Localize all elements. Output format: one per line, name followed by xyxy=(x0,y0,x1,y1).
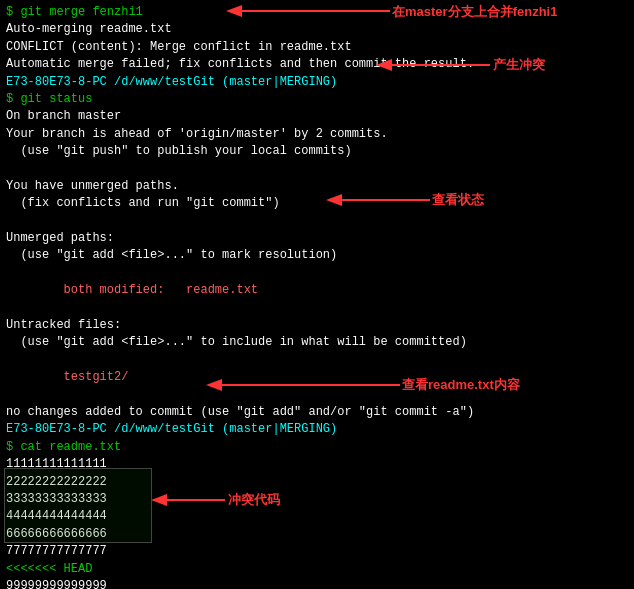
terminal-line: (use "git push" to publish your local co… xyxy=(6,143,628,160)
file-content: 99999999999999 xyxy=(6,579,107,589)
output: (use "git add <file>..." to mark resolut… xyxy=(6,248,337,262)
terminal-line xyxy=(6,300,628,317)
terminal-line: Your branch is ahead of 'origin/master' … xyxy=(6,126,628,143)
output: CONFLICT (content): Merge conflict in re… xyxy=(6,40,352,54)
terminal: $ git merge fenzhi1 Auto-merging readme.… xyxy=(0,0,634,589)
prompt-text: E73-80E73-8-PC /d/www/testGit (master|ME… xyxy=(6,422,337,436)
cmd-text: $ git status xyxy=(6,92,92,106)
terminal-line: testgit2/ xyxy=(6,369,628,386)
terminal-line: CONFLICT (content): Merge conflict in re… xyxy=(6,39,628,56)
prompt-text: E73-80E73-8-PC /d/www/testGit (master|ME… xyxy=(6,75,337,89)
cmd-text: $ cat readme.txt xyxy=(6,440,121,454)
output: Untracked files: xyxy=(6,318,121,332)
terminal-line xyxy=(6,213,628,230)
prompt-line: E73-80E73-8-PC /d/www/testGit (master|ME… xyxy=(6,74,628,91)
terminal-line: (use "git add <file>..." to include in w… xyxy=(6,334,628,351)
terminal-line: You have unmerged paths. xyxy=(6,178,628,195)
terminal-line: 66666666666666 xyxy=(6,526,628,543)
prompt-line: E73-80E73-8-PC /d/www/testGit (master|ME… xyxy=(6,421,628,438)
terminal-line: Unmerged paths: xyxy=(6,230,628,247)
conflict-file: both modified: readme.txt xyxy=(6,283,258,297)
terminal-line: On branch master xyxy=(6,108,628,125)
terminal-line: 77777777777777 xyxy=(6,543,628,560)
terminal-line xyxy=(6,161,628,178)
untracked-file: testgit2/ xyxy=(6,370,128,384)
file-content: 77777777777777 xyxy=(6,544,107,558)
terminal-line: 99999999999999 xyxy=(6,578,628,589)
output xyxy=(6,353,13,367)
output xyxy=(6,162,13,176)
file-content: 22222222222222 xyxy=(6,475,107,489)
terminal-line: both modified: readme.txt xyxy=(6,282,628,299)
output xyxy=(6,301,13,315)
file-content: 44444444444444 xyxy=(6,509,107,523)
prompt: $ git merge fenzhi1 xyxy=(6,5,143,19)
terminal-line: $ git merge fenzhi1 xyxy=(6,4,628,21)
conflict-marker-head: <<<<<<< HEAD xyxy=(6,561,628,578)
output: On branch master xyxy=(6,109,121,123)
output: Auto-merging readme.txt xyxy=(6,22,172,36)
terminal-line: $ git status xyxy=(6,91,628,108)
output: (use "git push" to publish your local co… xyxy=(6,144,352,158)
file-content: 66666666666666 xyxy=(6,527,107,541)
terminal-line: Auto-merging readme.txt xyxy=(6,21,628,38)
output: Automatic merge failed; fix conflicts an… xyxy=(6,57,474,71)
terminal-line: Untracked files: xyxy=(6,317,628,334)
terminal-line: 44444444444444 xyxy=(6,508,628,525)
terminal-line: $ cat readme.txt xyxy=(6,439,628,456)
output xyxy=(6,266,13,280)
output: Your branch is ahead of 'origin/master' … xyxy=(6,127,388,141)
conflict-marker: <<<<<<< HEAD xyxy=(6,562,92,576)
terminal-line: Automatic merge failed; fix conflicts an… xyxy=(6,56,628,73)
terminal-line: 11111111111111 xyxy=(6,456,628,473)
output: Unmerged paths: xyxy=(6,231,114,245)
terminal-line xyxy=(6,265,628,282)
terminal-line: no changes added to commit (use "git add… xyxy=(6,404,628,421)
output: (fix conflicts and run "git commit") xyxy=(6,196,280,210)
file-content: 11111111111111 xyxy=(6,457,107,471)
file-content: 33333333333333 xyxy=(6,492,107,506)
output xyxy=(6,214,13,228)
terminal-line xyxy=(6,387,628,404)
terminal-line: (use "git add <file>..." to mark resolut… xyxy=(6,247,628,264)
terminal-line: 33333333333333 xyxy=(6,491,628,508)
terminal-line: 22222222222222 xyxy=(6,474,628,491)
terminal-line xyxy=(6,352,628,369)
terminal-line: (fix conflicts and run "git commit") xyxy=(6,195,628,212)
output: (use "git add <file>..." to include in w… xyxy=(6,335,467,349)
output: You have unmerged paths. xyxy=(6,179,179,193)
output xyxy=(6,388,13,402)
output: no changes added to commit (use "git add… xyxy=(6,405,474,419)
